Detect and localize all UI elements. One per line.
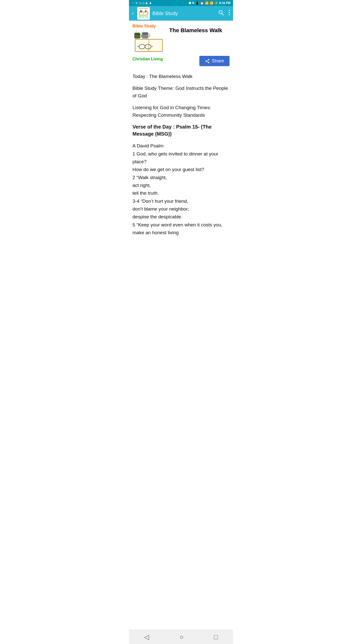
listening-line: Listening for God in Changing Times: Res…: [132, 104, 230, 119]
svg-rect-4: [140, 11, 142, 12]
svg-point-27: [208, 62, 209, 63]
today-line: Today : The Blameless Walk: [132, 73, 230, 80]
content-header: Bible Study: [132, 24, 230, 70]
svg-point-9: [229, 10, 230, 11]
svg-point-10: [229, 12, 230, 13]
logo-bottom-text: Christian Living: [137, 16, 150, 18]
status-bar: ⋯ ↯ ◷ ◷ ♟ ♟ ⬢ N 📳 ⏰ 📶 📶 ⚡ 9:34 PM: [129, 0, 233, 6]
theme-line: Bible Study Theme: God Instructs the Peo…: [132, 85, 230, 99]
bluetooth-icon: ⬢: [189, 1, 191, 5]
main-content: Bible Study: [129, 21, 233, 257]
header-title-area: The Blameless Walk: [169, 24, 222, 34]
logo-top-text: Bible Study: [137, 7, 150, 10]
share-label: Share: [212, 58, 224, 64]
search-button[interactable]: [218, 10, 224, 17]
app-logo: Bible Study Christian Living: [137, 7, 150, 20]
christian-living-label: Christian Living: [132, 57, 165, 61]
share-button[interactable]: Share: [199, 56, 230, 66]
book-svg: [132, 30, 165, 55]
vibrate-icon: 📳: [195, 1, 199, 5]
share-icon: [205, 59, 210, 64]
app-bar-actions: [218, 10, 230, 17]
svg-point-26: [205, 60, 207, 62]
time-display: 9:34 PM: [219, 1, 231, 5]
header-bible-study-label: Bible Study: [132, 24, 165, 29]
notification-icons: ⋯ ↯ ◷ ◷ ♟ ♟: [131, 1, 152, 5]
status-bar-left: ⋯ ↯ ◷ ◷ ♟ ♟: [131, 1, 152, 5]
alarm-icon: ⏰: [200, 1, 204, 5]
svg-rect-17: [135, 33, 140, 35]
article-title: The Blameless Walk: [169, 27, 222, 34]
svg-line-8: [222, 14, 224, 15]
header-logo-area: Bible Study: [132, 24, 230, 54]
logo-book: [137, 10, 150, 16]
back-button[interactable]: ‹: [132, 10, 134, 17]
svg-rect-6: [145, 11, 147, 12]
svg-point-11: [229, 14, 230, 15]
svg-line-28: [207, 61, 208, 62]
app-title: Bible Study: [152, 11, 215, 16]
overflow-menu-button[interactable]: [229, 10, 230, 17]
battery-icon: ⚡: [214, 1, 218, 5]
svg-point-25: [208, 59, 209, 60]
svg-line-29: [207, 60, 208, 61]
nfc-icon: N: [192, 1, 194, 5]
wifi-icon: 📶: [205, 1, 209, 5]
header-image: Bible Study: [132, 24, 165, 54]
psalm-text: A David Psalm 1 God, who gets invited to…: [132, 142, 230, 236]
svg-rect-13: [135, 40, 149, 51]
signal-icon: 📶: [210, 1, 213, 5]
verse-heading: Verse of the Day : Psalm 15- (The Messag…: [132, 123, 230, 137]
app-bar: ‹ Bible Study Christian Living Bible Stu…: [129, 6, 233, 21]
status-bar-right: ⬢ N 📳 ⏰ 📶 📶 ⚡ 9:34 PM: [189, 1, 231, 5]
svg-rect-19: [143, 33, 148, 35]
